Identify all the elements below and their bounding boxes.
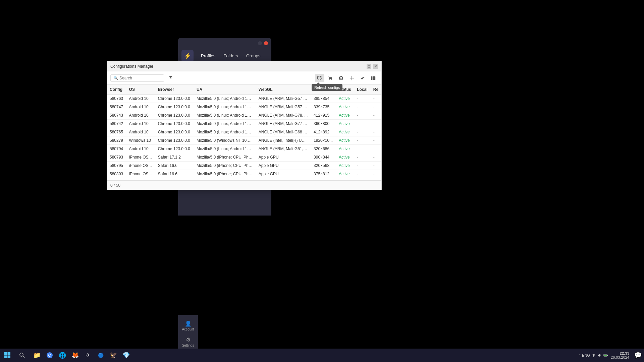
columns-icon xyxy=(371,76,376,80)
table-cell: 385×854 xyxy=(311,95,336,103)
table-cell: - xyxy=(371,136,381,145)
table-cell: 360×800 xyxy=(311,120,336,128)
table-cell: Active xyxy=(336,153,354,162)
table-cell: Mozilla/5.0 (Linux; Android 10; K) Apple… xyxy=(194,111,256,120)
table-cell: Chrome 123.0.0.0 xyxy=(155,136,194,145)
table-row[interactable]: 580793iPhone OS...Safari 17.1.2Mozilla/5… xyxy=(107,153,381,162)
notification-area[interactable]: 💬 xyxy=(632,349,644,362)
taskbar-search-button[interactable] xyxy=(16,349,28,362)
columns-button[interactable] xyxy=(369,74,378,82)
taskbar-file-explorer[interactable]: 📁 xyxy=(31,349,43,362)
close-button[interactable]: ✕ xyxy=(264,41,268,45)
table-cell: - xyxy=(371,170,381,178)
table-cell: Safari 16.6 xyxy=(155,162,194,170)
table-cell: - xyxy=(354,162,371,170)
nav-groups[interactable]: Groups xyxy=(242,51,265,61)
table-body: 580763Android 10Chrome 123.0.0.0Mozilla/… xyxy=(107,95,381,181)
table-cell: iPhone OS... xyxy=(126,170,155,178)
taskbar-sys-tray: ^ ENG xyxy=(576,353,611,358)
config-footer: 0 / 50 xyxy=(107,180,381,190)
table-cell: Mozilla/5.0 (Linux; Android 10; K) Apple… xyxy=(194,103,256,111)
table-row[interactable]: 580763Android 10Chrome 123.0.0.0Mozilla/… xyxy=(107,95,381,103)
settings-icon: ⚙ xyxy=(186,337,191,343)
table-cell: Mozilla/5.0 (Windows NT 10.0; Win64; x64… xyxy=(194,136,256,145)
svg-point-7 xyxy=(20,353,23,356)
table-cell: - xyxy=(354,103,371,111)
cart-icon xyxy=(328,76,333,80)
minimize-button[interactable]: ─ xyxy=(258,41,262,45)
restore-button[interactable]: ◻ xyxy=(367,64,371,69)
bg-app-titlebar: ─ ✕ xyxy=(178,38,271,49)
svg-rect-6 xyxy=(8,356,11,359)
table-row[interactable]: 580279Windows 10Chrome 123.0.0.0Mozilla/… xyxy=(107,136,381,145)
col-re: Re xyxy=(371,85,381,95)
config-toolbar: 🔍 Refresh configs xyxy=(107,71,381,85)
taskbar-chrome[interactable] xyxy=(44,349,56,362)
table-cell: - xyxy=(354,145,371,153)
cart-button[interactable] xyxy=(326,74,335,82)
filter-button[interactable] xyxy=(166,73,175,82)
lang-indicator: ENG xyxy=(582,353,590,357)
table-cell: - xyxy=(371,145,381,153)
table-row[interactable]: 580795iPhone OS...Safari 16.6Mozilla/5.0… xyxy=(107,162,381,170)
filter-icon xyxy=(168,75,173,80)
sys-chevron[interactable]: ^ xyxy=(579,354,581,357)
taskbar-app5[interactable]: 🦅 xyxy=(107,349,119,362)
table-cell: Apple GPU xyxy=(256,162,311,170)
table-cell: Safari 17.1.2 xyxy=(155,153,194,162)
table-cell: Active xyxy=(336,170,354,178)
table-cell: Chrome 123.0.0.0 xyxy=(155,103,194,111)
close-config-button[interactable]: ✕ xyxy=(373,64,378,69)
add-button[interactable] xyxy=(347,74,357,82)
table-cell: 580742 xyxy=(107,120,126,128)
table-cell: Mozilla/5.0 (Linux; Android 10; K) Apple… xyxy=(194,95,256,103)
table-row[interactable]: 580747Android 10Chrome 123.0.0.0Mozilla/… xyxy=(107,103,381,111)
table-cell: - xyxy=(371,128,381,136)
camera-button[interactable] xyxy=(336,74,346,82)
table-cell: - xyxy=(371,103,381,111)
table-cell: 390×844 xyxy=(311,153,336,162)
table-cell: - xyxy=(354,128,371,136)
check-button[interactable] xyxy=(358,74,367,82)
config-titlebar: Configurations Manager ◻ ✕ xyxy=(107,61,381,71)
table-cell: ANGLE (ARM, Mali-G77 MC9, ... xyxy=(256,120,311,128)
table-row[interactable]: 580742Android 10Chrome 123.0.0.0Mozilla/… xyxy=(107,120,381,128)
table-cell: 580793 xyxy=(107,153,126,162)
search-input[interactable] xyxy=(119,76,160,80)
table-cell: Mozilla/5.0 (Linux; Android 10; K) Apple… xyxy=(194,145,256,153)
table-cell: iPhone OS... xyxy=(126,162,155,170)
table-row[interactable]: 580765Android 10Chrome 123.0.0.0Mozilla/… xyxy=(107,128,381,136)
svg-rect-1 xyxy=(373,76,374,80)
search-box[interactable]: 🔍 xyxy=(110,74,164,82)
taskbar-app6[interactable]: 💎 xyxy=(120,349,132,362)
taskbar-app2[interactable]: 🦊 xyxy=(69,349,81,362)
toolbar-actions: Refresh configs xyxy=(315,74,378,82)
table-cell: 580765 xyxy=(107,128,126,136)
table-cell: - xyxy=(354,111,371,120)
table-cell: 412×915 xyxy=(311,111,336,120)
config-table-wrapper[interactable]: Config OS Browser UA WebGL Screen Status… xyxy=(107,85,381,180)
start-button[interactable] xyxy=(0,349,15,362)
nav-profiles[interactable]: Profiles xyxy=(197,51,219,61)
table-cell: 412×892 xyxy=(311,128,336,136)
table-cell: Mozilla/5.0 (iPhone; CPU iPhone OS 16_7_… xyxy=(194,162,256,170)
taskbar-app1[interactable]: 🌐 xyxy=(56,349,68,362)
table-row[interactable]: 580794Android 10Chrome 123.0.0.0Mozilla/… xyxy=(107,145,381,153)
table-cell: Chrome 123.0.0.0 xyxy=(155,111,194,120)
taskbar-app3[interactable]: ✈ xyxy=(82,349,94,362)
table-cell: - xyxy=(354,170,371,178)
nav-folders[interactable]: Folders xyxy=(219,51,242,61)
col-ua: UA xyxy=(194,85,256,95)
taskbar-app4[interactable]: 🔵 xyxy=(95,349,107,362)
settings-button[interactable]: ⚙ Settings xyxy=(178,334,198,350)
col-browser: Browser xyxy=(155,85,194,95)
table-row[interactable]: 580743Android 10Chrome 123.0.0.0Mozilla/… xyxy=(107,111,381,120)
refresh-button[interactable] xyxy=(315,74,324,82)
account-button[interactable]: 👤 Account xyxy=(178,318,198,334)
table-cell: 375×812 xyxy=(311,170,336,178)
table-cell: Safari 16.6 xyxy=(155,170,194,178)
search-icon: 🔍 xyxy=(113,76,118,80)
taskbar-search-icon xyxy=(19,352,25,358)
table-cell: Chrome 123.0.0.0 xyxy=(155,128,194,136)
table-row[interactable]: 580803iPhone OS...Safari 16.6Mozilla/5.0… xyxy=(107,170,381,178)
